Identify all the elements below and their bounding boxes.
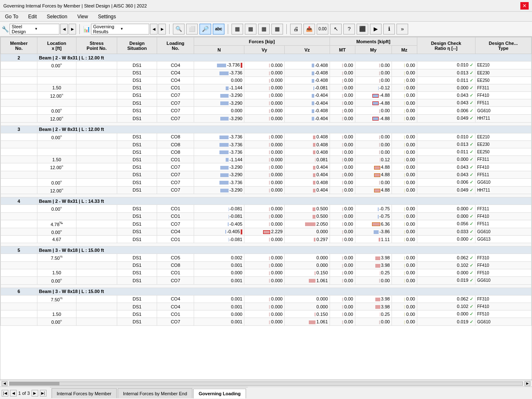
table-row: 7.50½DS1CO40.0010.0000.0000.003.980.000.… [1,295,532,303]
toolbar-sep-3 [228,24,228,34]
table-row: DS1CO7-3.2900.0000.4040.004.880.000.043 … [1,171,532,178]
grid-btn-3[interactable]: ▦ [258,24,270,34]
member-header-row: 2Beam | 2 - W 8x31 | L : 12.00 ft [1,54,532,62]
toolbar: 🔧 Steel Design ▼ ◀ ▶ 📊 Governing Results… [0,22,532,37]
close-button[interactable]: ✕ [520,2,529,10]
table-row: 1.50DS1CO1-1.1440.0000.0810.000.120.000.… [1,156,532,163]
table-row: 12.00≈DS1CO7-3.2900.000-0.4040.00-4.880.… [1,114,532,122]
result-icon: 📊 [83,26,90,32]
result-dropdown-arrow: ▼ [120,27,147,31]
scroll-track[interactable] [9,382,523,386]
col-header-ratio: Design CheckRatio η [--] [417,37,475,54]
col-header-Vz: Vz [284,46,330,54]
module-label: Steel Design [12,24,34,34]
results-table: MemberNo. Locationx [ft] StressPoint No.… [0,37,532,326]
table-row: 12.00≈DS1CO7-3.2900.0000.4040.004.880.00… [1,163,532,171]
result-label: Governing Results [93,24,120,34]
bottom-bar: |◀ ◀ 1 of 3 ▶ ▶| Internal Forces by Memb… [0,387,532,399]
toolbar-sep-2 [169,24,170,34]
filter-btn[interactable]: 🔎 [200,24,211,34]
zoom-btn[interactable]: 🔍 [173,24,185,34]
abc-btn[interactable]: abc [213,24,224,34]
page-nav: |◀ ◀ 1 of 3 ▶ ▶| [0,390,48,397]
table-container[interactable]: MemberNo. Locationx [ft] StressPoint No.… [0,37,532,380]
titlebar: Governing Internal Forces by Member | St… [0,0,532,12]
menu-settings[interactable]: Settings [96,13,118,20]
tab-governing-loading[interactable]: Governing Loading [193,389,246,399]
table-row: 0.00≈DS1CO4-0.4052.2290.0000.00-3.860.00… [1,228,532,236]
toolbar-sep-4 [286,24,287,34]
col-header-Mz: Mz [392,46,417,54]
window-btn[interactable]: ⬜ [186,24,198,34]
table-row: 1.50DS1CO10.0000.0000.1500.000.250.000.0… [1,310,532,318]
col-header-Vy: Vy [244,46,285,54]
table-row: DS1CO1-0.0810.0000.5000.00-0.750.000.000… [1,212,532,220]
grid-btn-2[interactable]: ▦ [245,24,256,34]
page-next-btn[interactable]: ▶ [32,390,38,397]
col-header-MT: MT [330,46,355,54]
table-row: 4.78⅓DS1CO7-0.4050.0002.0500.006.360.000… [1,220,532,228]
nav-btn[interactable]: ▶ [370,24,382,34]
print-btn[interactable]: 🖨 [290,24,302,34]
cursor-btn[interactable]: ↖ [330,24,342,34]
member-header-row: 5Beam | 3 - W 8x18 | L : 15.00 ft [1,246,532,254]
table-row: DS1CO7-3.2900.000-0.4040.00-4.880.000.04… [1,99,532,107]
table-row: 1.50DS1CO10.0000.0000.1500.000.250.000.0… [1,269,532,276]
module-dropdown[interactable]: Steel Design ▼ [10,24,59,34]
module-dropdown-arrow: ▼ [34,27,57,31]
member-header-row: 6Beam | 3 - W 8x18 | L : 15.00 ft [1,288,532,295]
table-body: 2Beam | 2 - W 8x31 | L : 12.00 ft0.00≈DS… [1,54,532,326]
table-row: 0.00≈DS1CO70.0010.0001.0610.000.000.000.… [1,276,532,284]
result-next-btn[interactable]: ▶ [158,24,166,34]
col-header-stress: StressPoint No. [76,37,117,54]
table-row: 1.50DS1CO1-1.1440.000-0.0810.00-0.120.00… [1,84,532,91]
menu-view[interactable]: View [76,13,90,20]
menu-goto[interactable]: Go To [3,13,20,20]
grid-btn-4[interactable]: ▦ [271,24,283,34]
help-btn[interactable]: ? [343,24,355,34]
export-btn[interactable]: 📤 [303,24,315,34]
table-row: 0.00≈DS1CO70.0010.0001.0610.000.000.000.… [1,318,532,326]
col-header-type: Design Che...Type [475,37,531,54]
info-btn-2[interactable]: ⬛ [357,24,368,34]
table-row: DS1CO8-3.7360.0000.4080.000.000.000.011 … [1,148,532,156]
menu-selection[interactable]: Selection [45,13,69,20]
col-header-forces: Forces [kip] [194,37,330,46]
grid-btn-1[interactable]: ▦ [232,24,243,34]
page-prev-btn[interactable]: ◀ [10,390,17,397]
module-next-btn[interactable]: ▶ [69,24,76,34]
table-row: DS1CO40.0010.0000.0000.003.980.000.102 ✓… [1,303,532,310]
more-btn[interactable]: » [397,24,408,34]
table-row: 7.50½DS1CO50.0020.0000.0000.003.980.000.… [1,254,532,262]
table-row: DS1CO80.0010.0000.0000.003.980.000.102 ✓… [1,261,532,269]
table-row: 0.00≈DS1CO7-3.7360.0000.4080.000.000.000… [1,178,532,186]
col-header-My: My [355,46,392,54]
table-row: DS1CO4-3.7360.000-0.4080.000.000.000.013… [1,69,532,76]
page-last-btn[interactable]: ▶| [40,390,47,397]
tab-internal-forces-end[interactable]: Internal Forces by Member End [118,388,192,398]
member-header-row: 4Beam | 2 - W 8x31 | L : 14.33 ft [1,197,532,205]
table-row: DS1CO40.0000.000-0.4080.000.000.000.011 … [1,76,532,84]
table-row: 0.00≈DS1CO70.0000.000-0.4080.000.000.000… [1,107,532,115]
menu-edit[interactable]: Edit [27,13,39,20]
member-header-row: 3Beam | 2 - W 8x31 | L : 12.00 ft [1,126,532,133]
value-btn[interactable]: 0.00 [317,24,328,34]
module-prev-btn[interactable]: ◀ [60,24,68,34]
menubar: Go To Edit Selection View Settings [0,12,532,22]
info-btn-3[interactable]: ℹ [383,24,395,34]
col-header-loading: LoadingNo. [157,37,194,54]
scroll-thumb[interactable] [10,382,59,385]
page-first-btn[interactable]: |◀ [2,390,8,397]
bottom-tabs: Internal Forces by Member Internal Force… [50,387,248,399]
col-header-location: Locationx [ft] [37,37,76,54]
table-row: 12.00≈DS1CO7-3.2900.000-0.4040.00-4.880.… [1,91,532,99]
result-dropdown[interactable]: Governing Results ▼ [91,24,149,34]
app-title: Governing Internal Forces by Member | St… [3,3,147,8]
scrollbar[interactable]: ◀ ▶ [0,380,532,387]
scroll-right-btn[interactable]: ▶ [525,381,530,386]
result-prev-btn[interactable]: ◀ [150,24,158,34]
tab-internal-forces-member[interactable]: Internal Forces by Member [52,388,117,398]
scroll-left-btn[interactable]: ◀ [2,381,7,386]
main-area: MemberNo. Locationx [ft] StressPoint No.… [0,37,532,387]
col-header-N: N [194,46,244,54]
